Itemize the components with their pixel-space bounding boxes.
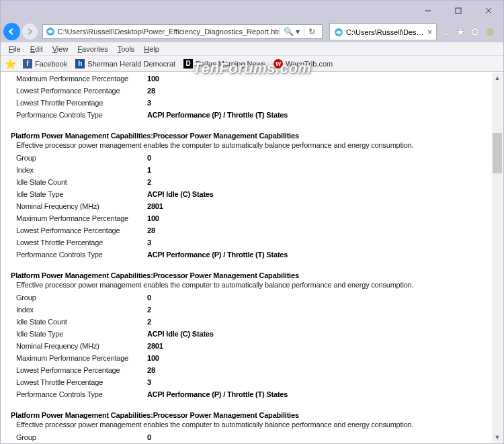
- report-section: Platform Power Management Capabilities:P…: [1, 410, 492, 443]
- row-value: ACPI Performance (P) / Throttle (T) Stat…: [147, 390, 288, 398]
- favorite-label: Facebook: [35, 60, 67, 68]
- data-row: Nominal Frequency (MHz)2801: [1, 340, 492, 352]
- address-bar[interactable]: C:\Users\Russell\Desktop\Power_Efficienc…: [42, 24, 323, 39]
- menu-help[interactable]: Help: [140, 44, 163, 54]
- title-bar: [1, 1, 503, 21]
- row-value: 3: [147, 99, 151, 107]
- row-value: 28: [147, 226, 155, 234]
- row-value: 2: [147, 306, 151, 314]
- section-description: Effective processor power management ena…: [1, 420, 492, 431]
- row-value: 2: [147, 318, 151, 326]
- url-text: C:\Users\Russell\Desktop\Power_Efficienc…: [58, 28, 279, 36]
- data-row: Lowest Throttle Percentage3: [1, 236, 492, 249]
- favorite-label: Dallas Morning News: [196, 60, 265, 68]
- settings-icon[interactable]: ⚙: [470, 26, 480, 38]
- scroll-down-arrow[interactable]: ▼: [492, 432, 503, 443]
- nav-bar: C:\Users\Russell\Desktop\Power_Efficienc…: [1, 21, 503, 42]
- data-row: Idle State Count2: [1, 176, 492, 188]
- data-row: Maximum Performance Percentage100: [1, 352, 492, 364]
- maximize-button[interactable]: [443, 1, 473, 21]
- tab-close-icon[interactable]: ×: [427, 28, 432, 37]
- row-label: Group: [16, 294, 147, 302]
- row-label: Group: [16, 154, 147, 162]
- row-value: 3: [147, 238, 151, 247]
- data-row: Group0: [1, 431, 492, 443]
- row-value: 1: [147, 166, 151, 174]
- row-value: 0: [147, 294, 151, 302]
- row-label: Performance Controls Type: [16, 390, 147, 398]
- row-label: Lowest Throttle Percentage: [16, 378, 147, 386]
- scroll-thumb[interactable]: [493, 133, 502, 173]
- row-label: Index: [16, 166, 147, 174]
- report-section: Platform Power Management Capabilities:P…: [1, 130, 492, 261]
- refresh-icon[interactable]: ↻: [304, 27, 319, 36]
- row-label: Maximum Performance Percentage: [16, 75, 147, 83]
- row-value: 2: [147, 178, 151, 186]
- favorite-link[interactable]: wWacoTrib.com: [274, 59, 333, 69]
- section-title: Platform Power Management Capabilities:P…: [1, 130, 492, 141]
- row-label: Lowest Performance Percentage: [16, 226, 147, 234]
- tab-strip: C:\Users\Russell\Desktop\P... ×: [329, 24, 437, 40]
- emoji-icon[interactable]: ☺: [485, 26, 495, 38]
- row-value: ACPI Performance (P) / Throttle (T) Stat…: [147, 251, 288, 259]
- row-label: Nominal Frequency (MHz): [16, 342, 147, 350]
- row-label: Idle State Type: [16, 190, 147, 198]
- row-value: 2801: [147, 202, 163, 210]
- report-section: Platform Power Management Capabilities:P…: [1, 270, 492, 400]
- data-row: Performance Controls TypeACPI Performanc…: [1, 388, 492, 400]
- home-icon[interactable]: ⌂: [444, 26, 450, 38]
- svg-rect-1: [456, 8, 461, 13]
- data-row: Performance Controls TypeACPI Performanc…: [1, 109, 492, 121]
- favorites-icon[interactable]: ★: [456, 26, 465, 38]
- menu-file[interactable]: File: [5, 44, 25, 54]
- vertical-scrollbar[interactable]: ▲ ▼: [492, 73, 503, 443]
- row-label: Idle State Type: [16, 330, 147, 338]
- menu-bar: FileEditViewFavoritesToolsHelp: [1, 42, 503, 56]
- section-description: Effective processor power management ena…: [1, 141, 492, 152]
- section-description: Effective processor power management ena…: [1, 281, 492, 292]
- back-button[interactable]: [3, 23, 20, 40]
- row-label: Lowest Throttle Percentage: [16, 238, 147, 247]
- report-section: Maximum Performance Percentage100Lowest …: [1, 73, 492, 121]
- row-label: Performance Controls Type: [16, 111, 147, 119]
- scroll-up-arrow[interactable]: ▲: [492, 73, 503, 83]
- row-value: ACPI Idle (C) States: [147, 330, 214, 338]
- row-value: 28: [147, 366, 155, 374]
- favorite-link[interactable]: fFacebook: [23, 59, 67, 69]
- row-value: 100: [147, 354, 159, 362]
- favorite-link[interactable]: DDallas Morning News: [183, 59, 265, 69]
- row-label: Group: [16, 433, 147, 441]
- section-title: Platform Power Management Capabilities:P…: [1, 410, 492, 420]
- tab-label: C:\Users\Russell\Desktop\P...: [346, 28, 425, 36]
- menu-favorites[interactable]: Favorites: [73, 44, 112, 54]
- row-value: 28: [147, 87, 155, 95]
- page-content: Maximum Performance Percentage100Lowest …: [1, 73, 492, 443]
- menu-tools[interactable]: Tools: [114, 44, 139, 54]
- data-row: Group0: [1, 292, 492, 304]
- active-tab[interactable]: C:\Users\Russell\Desktop\P... ×: [329, 24, 437, 40]
- data-row: Group0: [1, 152, 492, 164]
- row-value: ACPI Performance (P) / Throttle (T) Stat…: [147, 111, 288, 119]
- data-row: Lowest Performance Percentage28: [1, 85, 492, 97]
- data-row: Performance Controls TypeACPI Performanc…: [1, 249, 492, 261]
- data-row: Lowest Performance Percentage28: [1, 364, 492, 376]
- row-value: 0: [147, 433, 151, 441]
- add-favorite-icon[interactable]: ⭐: [5, 58, 16, 69]
- menu-view[interactable]: View: [48, 44, 73, 54]
- favorite-label: Sherman Herald Democrat: [87, 60, 175, 68]
- forward-button[interactable]: [22, 23, 38, 40]
- row-label: Lowest Performance Percentage: [16, 87, 147, 95]
- data-row: Lowest Performance Percentage28: [1, 224, 492, 236]
- row-value: 2801: [147, 342, 163, 350]
- close-button[interactable]: [473, 1, 503, 21]
- favorite-link[interactable]: hSherman Herald Democrat: [75, 59, 175, 69]
- minimize-button[interactable]: [413, 1, 443, 21]
- row-value: 100: [147, 214, 159, 222]
- favorites-bar: ⭐ fFacebookhSherman Herald DemocratDDall…: [1, 56, 503, 72]
- row-label: Performance Controls Type: [16, 251, 147, 259]
- data-row: Lowest Throttle Percentage3: [1, 97, 492, 109]
- search-icon[interactable]: 🔍 ▾: [279, 27, 304, 36]
- data-row: Index1: [1, 164, 492, 176]
- data-row: Lowest Throttle Percentage3: [1, 376, 492, 388]
- menu-edit[interactable]: Edit: [26, 44, 47, 54]
